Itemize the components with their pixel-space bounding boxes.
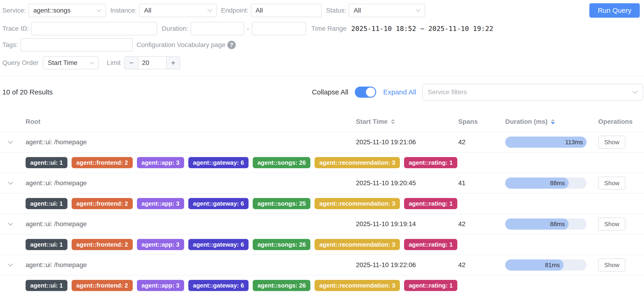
- service-count-chip: agent::frontend: 2: [72, 239, 132, 250]
- run-query-button[interactable]: Run Query: [589, 3, 640, 18]
- endpoint-field: [251, 4, 322, 17]
- status-select[interactable]: All: [348, 4, 425, 17]
- results-summary: 10 of 20 Results: [2, 88, 53, 96]
- service-select-value: agent::songs: [33, 7, 70, 14]
- form-row-tags: Tags: Configuration Vocabulary page ?: [2, 38, 641, 52]
- row-chevron-cell: [0, 140, 26, 144]
- service-count-chip: agent::app: 3: [137, 280, 184, 291]
- header-duration[interactable]: Duration (ms): [505, 118, 598, 125]
- chevron-down-icon: [415, 8, 422, 13]
- toggle-knob-icon: [366, 88, 375, 97]
- header-spans: Spans: [458, 118, 505, 125]
- trace-root[interactable]: agent::ui: /homepage: [26, 220, 356, 228]
- trace-root[interactable]: agent::ui: /homepage: [26, 261, 356, 269]
- form-row-order: Query Order Start Time Limit − 20 +: [2, 56, 641, 69]
- row-expand-chevron-icon[interactable]: [7, 181, 14, 185]
- service-count-chip: agent::recommendation: 3: [314, 239, 400, 250]
- vocabulary-link[interactable]: Configuration Vocabulary page: [136, 41, 226, 49]
- trace-spans: 42: [458, 220, 505, 228]
- duration-label: 88ms: [550, 180, 565, 187]
- chevron-down-icon: [89, 61, 95, 65]
- trace-root[interactable]: agent::ui: /homepage: [26, 179, 356, 187]
- service-count-chip: agent::recommendation: 3: [314, 198, 400, 209]
- limit-increase-button[interactable]: +: [167, 57, 180, 69]
- tags-input[interactable]: [25, 41, 128, 49]
- header-start-time[interactable]: Start Time: [356, 118, 458, 125]
- form-row-trace: Trace ID: Duration: - Time Range 2025-11…: [2, 22, 641, 35]
- show-button[interactable]: Show: [598, 136, 626, 149]
- service-count-chip: agent::gateway: 6: [188, 157, 249, 168]
- duration-max-field: [252, 22, 306, 35]
- service-count-chip: agent::ui: 1: [26, 157, 68, 168]
- tags-label: Tags:: [2, 41, 18, 49]
- service-count-chip: agent::rating: 1: [404, 280, 457, 291]
- service-count-chip: agent::songs: 25: [253, 198, 310, 209]
- service-count-chip: agent::rating: 1: [404, 239, 457, 250]
- row-expand-chevron-icon[interactable]: [7, 140, 14, 144]
- row-expand-chevron-icon[interactable]: [7, 263, 14, 267]
- service-count-chip: agent::app: 3: [137, 239, 184, 250]
- time-range-value[interactable]: 2025-11-10 18:52 ~ 2025-11-10 19:22: [351, 25, 493, 33]
- trace-start-time: 2025-11-10 19:22:06: [356, 261, 458, 269]
- show-button[interactable]: Show: [598, 177, 626, 190]
- service-chips-row: agent::ui: 1agent::frontend: 2agent::app…: [0, 153, 644, 173]
- duration-min-input[interactable]: [195, 25, 240, 32]
- form-row-primary: Service: agent::songs Instance: All Endp…: [2, 3, 641, 18]
- row-expand-chevron-icon[interactable]: [7, 222, 14, 226]
- trace-row: agent::ui: /homepage2025-11-10 19:19:144…: [0, 214, 644, 234]
- limit-decrease-button[interactable]: −: [125, 57, 138, 69]
- service-count-chip: agent::gateway: 6: [188, 239, 249, 250]
- duration-bar-fill: 88ms: [505, 218, 569, 230]
- trace-operations-cell: Show: [598, 217, 644, 230]
- service-label: Service:: [2, 7, 26, 14]
- query-order-label: Query Order: [2, 59, 38, 67]
- trace-query-page: Service: agent::songs Instance: All Endp…: [0, 0, 644, 295]
- endpoint-label: Endpoint:: [221, 7, 248, 14]
- service-count-chip: agent::gateway: 6: [188, 280, 249, 291]
- show-button[interactable]: Show: [598, 217, 626, 230]
- service-count-chip: agent::ui: 1: [26, 198, 68, 209]
- service-select[interactable]: agent::songs: [28, 4, 106, 17]
- trace-row: agent::ui: /homepage2025-11-10 19:21:064…: [0, 132, 644, 153]
- service-count-chip: agent::recommendation: 3: [314, 280, 400, 291]
- chevron-down-icon: [632, 90, 638, 95]
- service-filters-select[interactable]: Service filters: [422, 84, 643, 101]
- service-filters-placeholder: Service filters: [428, 88, 467, 96]
- help-icon[interactable]: ?: [228, 41, 236, 49]
- query-form: Service: agent::songs Instance: All Endp…: [0, 0, 644, 69]
- duration-max-input[interactable]: [256, 25, 302, 32]
- trace-table: Root Start Time Spans Duration (ms) Oper…: [0, 112, 644, 295]
- query-order-select[interactable]: Start Time: [43, 56, 98, 69]
- time-range-label: Time Range: [311, 25, 346, 32]
- trace-root[interactable]: agent::ui: /homepage: [26, 138, 356, 146]
- limit-label: Limit: [107, 59, 121, 67]
- results-toolbar-right: Collapse All Expand All Service filters: [312, 84, 643, 101]
- header-root: Root: [26, 118, 356, 125]
- tags-field: [20, 38, 133, 52]
- endpoint-input[interactable]: [256, 7, 317, 14]
- service-count-chip: agent::app: 3: [137, 198, 184, 209]
- duration-bar-track: 88ms: [505, 177, 586, 189]
- trace-duration-cell: 88ms: [505, 218, 598, 230]
- row-chevron-cell: [0, 181, 26, 185]
- header-start-time-label: Start Time: [356, 118, 388, 125]
- expand-all-label[interactable]: Expand All: [383, 88, 416, 96]
- sort-desc-icon[interactable]: [550, 119, 556, 125]
- service-count-chip: agent::rating: 1: [404, 198, 457, 209]
- instance-select[interactable]: All: [139, 4, 217, 17]
- limit-value[interactable]: 20: [138, 57, 167, 69]
- row-chevron-cell: [0, 222, 26, 226]
- show-button[interactable]: Show: [598, 258, 626, 271]
- sort-icon[interactable]: [390, 119, 396, 125]
- duration-label: 88ms: [550, 220, 565, 228]
- expand-toggle[interactable]: [355, 87, 376, 98]
- trace-operations-cell: Show: [598, 136, 644, 149]
- limit-stepper: − 20 +: [124, 56, 180, 69]
- service-count-chip: agent::recommendation: 3: [314, 157, 400, 168]
- collapse-all-label[interactable]: Collapse All: [312, 88, 348, 96]
- trace-id-input[interactable]: [36, 25, 152, 32]
- header-duration-label: Duration (ms): [505, 118, 548, 125]
- trace-id-field: [31, 22, 157, 35]
- trace-row: agent::ui: /homepage2025-11-10 19:22:064…: [0, 255, 644, 275]
- trace-start-time: 2025-11-10 19:21:06: [356, 138, 458, 146]
